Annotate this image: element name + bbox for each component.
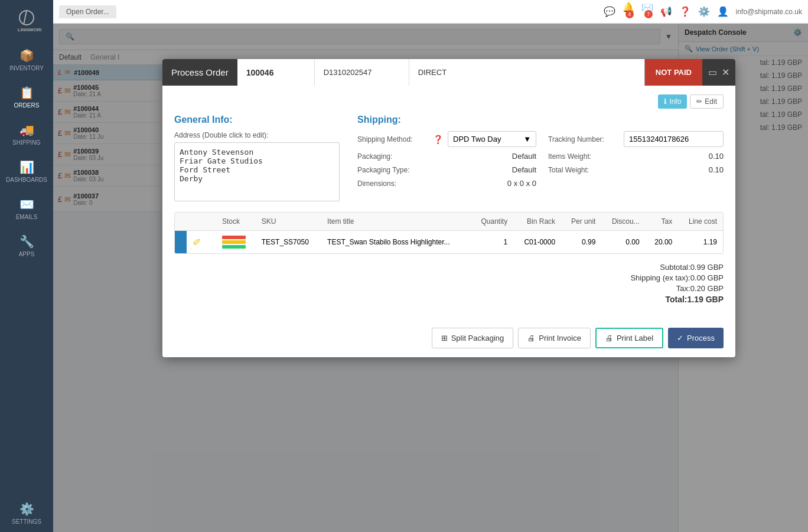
subtotal-row: Subtotal:0.99 GBP [174, 263, 724, 272]
tracking-row: Tracking Number: [548, 131, 724, 147]
modal-title: Process Order [162, 67, 237, 77]
topbar-icons: 💬 🔔 4 ✉️ 7 📢 ❓ ⚙️ 👤 info@shipmate.co.uk [604, 2, 802, 21]
gear-icon[interactable]: ⚙️ [698, 6, 710, 17]
inventory-icon: 📦 [19, 48, 34, 63]
sidebar-item-orders-label: ORDERS [14, 102, 40, 109]
modal-minimize-button[interactable]: ▭ [708, 67, 717, 78]
tax-label: Tax: [676, 284, 690, 293]
tax-row: Tax:0.20 GBP [174, 284, 724, 293]
shipping-total-label: Shipping (ex tax): [630, 273, 690, 282]
th-tax: Tax [646, 213, 679, 231]
dimensions-row: Dimensions: 0 x 0 x 0 [357, 179, 536, 188]
th-perunit: Per unit [561, 213, 601, 231]
chat-icon[interactable]: 💬 [604, 6, 615, 17]
sidebar-item-shipping[interactable]: 🚚 SHIPPING [0, 116, 53, 153]
print-invoice-button[interactable]: 🖨 Print Invoice [518, 328, 591, 348]
sidebar-item-emails-label: EMAILS [16, 214, 38, 220]
items-weight-label: Items Weight: [548, 152, 619, 161]
table-row: ✏ TEST_SS7050 TEST_Swan Stabilo Boss [175, 231, 723, 254]
modal-channel: DIRECT [409, 59, 644, 86]
sidebar-item-dashboards-label: DASHBOARDS [6, 177, 47, 183]
settings-icon: ⚙️ [19, 502, 34, 516]
sidebar-item-settings[interactable]: ⚙️ SETTINGS [0, 495, 53, 532]
grand-total-label: Total: [665, 295, 687, 304]
shipping-total-value: 0.00 GBP [690, 273, 724, 282]
topbar: Open Order... 💬 🔔 4 ✉️ 7 📢 ❓ ⚙️ 👤 info@s… [53, 0, 808, 24]
grand-total-row: Total:1.19 GBP [174, 295, 724, 304]
tracking-label: Tracking Number: [548, 135, 619, 143]
sidebar-item-apps[interactable]: 🔧 APPS [0, 227, 53, 265]
chevron-down-icon: ▼ [523, 135, 531, 143]
sidebar-logo: LINNWORKS [9, 6, 44, 35]
address-label: Address (Double click to edit): [174, 131, 340, 139]
modal-controls: ▭ ✕ [702, 67, 735, 78]
row-linecost: 1.19 [678, 231, 723, 254]
invoice-icon: 🖨 [527, 334, 535, 342]
orders-icon: 📋 [19, 86, 34, 100]
tracking-input[interactable] [624, 131, 724, 147]
info-button[interactable]: ℹ Info [658, 94, 687, 109]
sidebar-item-inventory[interactable]: 📦 INVENTORY [0, 41, 53, 79]
shipping-icon: 🚚 [19, 123, 34, 137]
th-title: Item title [321, 213, 471, 231]
packaging-type-row: Packaging Type: Default [357, 165, 536, 174]
row-perunit: 0.99 [561, 231, 601, 254]
mail-icon[interactable]: ✉️ 7 [641, 2, 653, 21]
subtotal-value: 0.99 GBP [690, 263, 724, 272]
label-icon: 🖨 [605, 334, 613, 342]
shipping-section: Shipping: Shipping Method: ❓ DPD Two Day… [357, 115, 724, 203]
stock-stripes [222, 236, 246, 249]
pencil-icon: ✏ [696, 97, 702, 106]
notification-icon[interactable]: 🔔 4 [623, 2, 634, 21]
modal-close-button[interactable]: ✕ [722, 67, 729, 78]
general-info-title: General Info: [174, 115, 340, 125]
th-quantity: Quantity [471, 213, 513, 231]
megaphone-icon[interactable]: 📢 [660, 6, 672, 17]
process-button[interactable]: ✓ Process [668, 328, 724, 348]
shipping-method-select[interactable]: DPD Two Day ▼ [448, 131, 536, 147]
dimensions-label: Dimensions: [357, 179, 428, 188]
payment-status-button[interactable]: NOT PAID [644, 59, 702, 86]
packaging-row: Packaging: Default [357, 152, 536, 161]
items-weight-value: 0.10 [624, 152, 724, 161]
sidebar-item-orders[interactable]: 📋 ORDERS [0, 79, 53, 116]
items-table: Stock SKU Item title Quantity Bin Rack P… [175, 213, 723, 253]
info-edit-bar: ℹ Info ✏ Edit [174, 94, 724, 109]
emails-icon: ✉️ [19, 197, 34, 211]
split-packaging-button[interactable]: ⊞ Split Packaging [432, 328, 514, 348]
sidebar-item-emails[interactable]: ✉️ EMAILS [0, 190, 53, 227]
edit-button[interactable]: ✏ Edit [690, 94, 724, 109]
row-quantity: 1 [471, 231, 513, 254]
sidebar-item-apps-label: APPS [19, 251, 35, 257]
shipping-method-row: Shipping Method: ❓ DPD Two Day ▼ [357, 131, 536, 147]
th-indicator [175, 213, 187, 231]
packaging-label: Packaging: [357, 152, 428, 161]
shipping-title: Shipping: [357, 115, 724, 125]
print-label-button[interactable]: 🖨 Print Label [595, 328, 663, 348]
main-area: 🔍 ▼ Default General I £ ✉ #100049 £ ✉ #1… [53, 24, 808, 532]
items-weight-row: Items Weight: 0.10 [548, 152, 724, 161]
shipping-columns: Shipping Method: ❓ DPD Two Day ▼ Packagi… [357, 131, 724, 192]
user-email: info@shipmate.co.uk [736, 8, 802, 16]
totals-section: Subtotal:0.99 GBP Shipping (ex tax):0.00… [174, 263, 724, 304]
row-title: TEST_Swan Stabilo Boss Highlighter... [321, 231, 471, 254]
user-icon[interactable]: 👤 [717, 6, 729, 17]
shipping-total-row: Shipping (ex tax):0.00 GBP [174, 273, 724, 282]
grand-total-value: 1.19 GBP [688, 295, 724, 304]
total-weight-value: 0.10 [624, 165, 724, 174]
help-icon[interactable]: ❓ [679, 6, 691, 17]
sidebar-item-dashboards[interactable]: 📊 DASHBOARDS [0, 153, 53, 190]
row-tax: 20.00 [646, 231, 679, 254]
sidebar-item-shipping-label: SHIPPING [12, 139, 41, 146]
open-orders-tab[interactable]: Open Order... [59, 5, 116, 18]
tax-value: 0.20 GBP [690, 284, 724, 293]
th-linecost: Line cost [678, 213, 723, 231]
row-discount: 0.00 [601, 231, 645, 254]
modal-columns: General Info: Address (Double click to e… [174, 115, 724, 203]
shipping-method-label: Shipping Method: [357, 135, 428, 143]
packaging-value: Default [433, 152, 536, 161]
total-weight-label: Total Weight: [548, 166, 619, 174]
row-binrack: C01-0000 [513, 231, 561, 254]
modal-body: ℹ Info ✏ Edit General Info: Address (Dou… [162, 86, 735, 322]
address-box[interactable]: Antony Stevenson Friar Gate Studios Ford… [174, 142, 340, 201]
